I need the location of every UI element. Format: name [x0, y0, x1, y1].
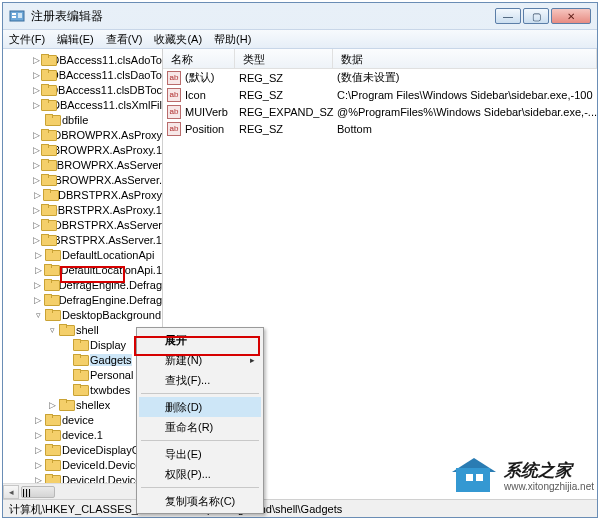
ctx-perm[interactable]: 权限(P)...: [139, 464, 261, 484]
folder-icon: [41, 219, 50, 230]
expand-icon[interactable]: ▷: [33, 144, 40, 155]
titlebar[interactable]: 注册表编辑器 — ▢ ✕: [3, 3, 597, 29]
menu-favorites[interactable]: 收藏夹(A): [154, 32, 202, 47]
expand-icon[interactable]: ▷: [33, 459, 44, 470]
ctx-find[interactable]: 查找(F)...: [139, 370, 261, 390]
menu-file[interactable]: 文件(F): [9, 32, 45, 47]
ctx-sep3: [141, 487, 259, 488]
list-row[interactable]: abMUIVerbREG_EXPAND_SZ@%ProgramFiles%\Wi…: [163, 103, 597, 120]
menu-help[interactable]: 帮助(H): [214, 32, 251, 47]
scroll-track[interactable]: III: [19, 485, 146, 499]
folder-icon: [41, 174, 43, 185]
tree-item[interactable]: ▷DBROWPRX.AsProxy.1: [7, 142, 162, 157]
expand-icon[interactable]: ▿: [47, 324, 58, 335]
expand-icon[interactable]: ▷: [33, 414, 44, 425]
expand-icon[interactable]: ▷: [33, 99, 40, 110]
window-title: 注册表编辑器: [31, 8, 495, 25]
tree-label: DesktopBackground: [62, 309, 161, 321]
folder-icon: [41, 99, 49, 110]
ctx-export[interactable]: 导出(E): [139, 444, 261, 464]
folder-icon: [44, 294, 56, 305]
tree-item[interactable]: ▷DBAccess11.clsAdoTo: [7, 52, 162, 67]
expand-icon[interactable]: ▷: [33, 189, 42, 200]
tree-item[interactable]: ▷DBROWPRX.AsServer: [7, 157, 162, 172]
string-value-icon: ab: [167, 105, 181, 119]
tree-item[interactable]: ▷DefaultLocationApi: [7, 247, 162, 262]
expand-icon[interactable]: ▷: [47, 399, 58, 410]
expand-icon[interactable]: ▷: [33, 174, 40, 185]
cell-name: (默认): [185, 70, 239, 85]
expand-icon[interactable]: ▷: [33, 429, 44, 440]
cell-name: Icon: [185, 89, 239, 101]
tree-label: DBAccess11.clsXmlFil: [52, 99, 162, 111]
folder-icon: [41, 129, 50, 140]
folder-icon: [41, 234, 42, 245]
ctx-delete[interactable]: 删除(D): [139, 397, 261, 417]
highlight-delete: [134, 336, 260, 356]
cell-name: MUIVerb: [185, 106, 239, 118]
expand-icon[interactable]: ▷: [33, 204, 40, 215]
tree-label: DeviceId.Device: [62, 459, 141, 471]
svg-rect-1: [12, 13, 16, 15]
cell-data: Bottom: [337, 123, 597, 135]
expand-icon[interactable]: ▷: [33, 69, 40, 80]
expand-icon[interactable]: ▿: [33, 309, 44, 320]
expand-icon[interactable]: [61, 384, 72, 395]
watermark-cn: 系统之家: [504, 462, 594, 481]
cell-type: REG_SZ: [239, 89, 337, 101]
tree-item[interactable]: ▷DBAccess11.clsDaoTo: [7, 67, 162, 82]
tree-item[interactable]: ▿DesktopBackground: [7, 307, 162, 322]
tree-item[interactable]: ▷DBROWPRX.AsProxy: [7, 127, 162, 142]
menu-view[interactable]: 查看(V): [106, 32, 143, 47]
col-type[interactable]: 类型: [235, 49, 333, 68]
folder-icon: [73, 354, 87, 365]
minimize-button[interactable]: —: [495, 8, 521, 24]
menu-edit[interactable]: 编辑(E): [57, 32, 94, 47]
tree-item[interactable]: ▷DBRSTPRX.AsServer.1: [7, 232, 162, 247]
expand-icon[interactable]: [61, 339, 72, 350]
tree-item[interactable]: ▷DBRSTPRX.AsServer: [7, 217, 162, 232]
scroll-thumb[interactable]: III: [21, 486, 55, 498]
tree-item[interactable]: ▷DBAccess11.clsDBToc: [7, 82, 162, 97]
tree-label: DeviceDisplayO: [62, 444, 140, 456]
maximize-button[interactable]: ▢: [523, 8, 549, 24]
expand-icon[interactable]: ▷: [33, 159, 40, 170]
close-button[interactable]: ✕: [551, 8, 591, 24]
expand-icon[interactable]: ▷: [33, 264, 43, 275]
expand-icon[interactable]: ▷: [33, 444, 44, 455]
tree-item[interactable]: ▷DBRSTPRX.AsProxy.1: [7, 202, 162, 217]
tree-label: Display: [90, 339, 126, 351]
expand-icon[interactable]: ▷: [33, 249, 44, 260]
menubar: 文件(F) 编辑(E) 查看(V) 收藏夹(A) 帮助(H): [3, 29, 597, 49]
list-row[interactable]: ab(默认)REG_SZ(数值未设置): [163, 69, 597, 86]
tree-item[interactable]: dbfile: [7, 112, 162, 127]
col-name[interactable]: 名称: [163, 49, 235, 68]
tree-label: device: [62, 414, 94, 426]
highlight-gadgets: [60, 266, 125, 283]
tree-label: DBRSTPRX.AsProxy: [58, 189, 162, 201]
list-row[interactable]: abPositionREG_SZBottom: [163, 120, 597, 137]
expand-icon[interactable]: [61, 369, 72, 380]
ctx-copykey[interactable]: 复制项名称(C): [139, 491, 261, 511]
statusbar: 计算机\HKEY_CLASSES_ROOT\DesktopBackground\…: [3, 499, 597, 517]
col-data[interactable]: 数据: [333, 49, 597, 68]
expand-icon[interactable]: ▷: [33, 234, 40, 245]
tree-item[interactable]: ▷DBROWPRX.AsServer.: [7, 172, 162, 187]
expand-icon[interactable]: ▷: [33, 294, 43, 305]
expand-icon[interactable]: [33, 114, 44, 125]
expand-icon[interactable]: ▷: [33, 84, 40, 95]
folder-icon: [73, 339, 87, 350]
expand-icon[interactable]: ▷: [33, 279, 43, 290]
list-row[interactable]: abIconREG_SZC:\Program Files\Windows Sid…: [163, 86, 597, 103]
tree-item[interactable]: ▷DBRSTPRX.AsProxy: [7, 187, 162, 202]
expand-icon[interactable]: [61, 354, 72, 365]
tree-item[interactable]: ▷DBAccess11.clsXmlFil: [7, 97, 162, 112]
ctx-rename[interactable]: 重命名(R): [139, 417, 261, 437]
tree-item[interactable]: ▷DefragEngine.Defrag: [7, 292, 162, 307]
expand-icon[interactable]: ▷: [33, 129, 40, 140]
expand-icon[interactable]: ▷: [33, 219, 40, 230]
expand-icon[interactable]: ▷: [33, 54, 40, 65]
folder-icon: [41, 54, 48, 65]
cell-name: Position: [185, 123, 239, 135]
scroll-left-button[interactable]: ◂: [3, 485, 19, 499]
